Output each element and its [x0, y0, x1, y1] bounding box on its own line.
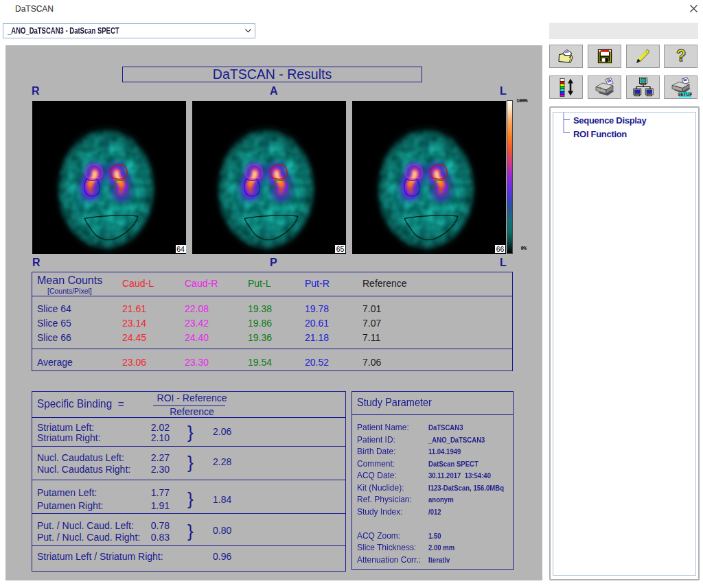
svg-text:?: ? [676, 49, 685, 64]
svg-text:SETUP: SETUP [678, 92, 692, 97]
